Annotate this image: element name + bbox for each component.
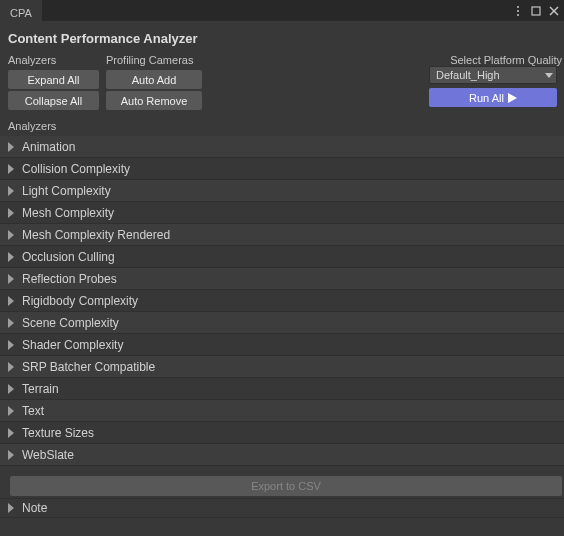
foldout-icon [6, 295, 18, 307]
maximize-icon[interactable] [529, 4, 543, 18]
auto-add-button[interactable]: Auto Add [106, 70, 202, 89]
list-item-label: Reflection Probes [22, 272, 117, 286]
list-item-label: Rigidbody Complexity [22, 294, 138, 308]
list-item[interactable]: Light Complexity [0, 180, 564, 202]
platform-section-label: Select Platform Quality [429, 52, 562, 66]
tab-cpa[interactable]: CPA [0, 0, 42, 21]
list-item-label: Texture Sizes [22, 426, 94, 440]
menu-icon[interactable] [511, 4, 525, 18]
list-item-label: Shader Complexity [22, 338, 123, 352]
note-row[interactable]: Note [0, 498, 564, 518]
expand-all-label: Expand All [28, 74, 80, 86]
tab-label: CPA [10, 7, 32, 19]
window-controls [511, 0, 561, 21]
analyzer-list: AnimationCollision ComplexityLight Compl… [0, 136, 564, 466]
foldout-icon [6, 317, 18, 329]
export-csv-button[interactable]: Export to CSV [10, 476, 562, 496]
analyzer-buttons-column: Analyzers Expand All Collapse All [8, 52, 106, 112]
list-item[interactable]: Collision Complexity [0, 158, 564, 180]
list-item[interactable]: Mesh Complexity [0, 202, 564, 224]
foldout-icon [6, 141, 18, 153]
list-item-label: Mesh Complexity [22, 206, 114, 220]
list-item[interactable]: Occlusion Culling [0, 246, 564, 268]
list-item-label: WebSlate [22, 448, 74, 462]
list-section-label: Analyzers [0, 112, 564, 136]
foldout-icon [6, 273, 18, 285]
list-item[interactable]: Reflection Probes [0, 268, 564, 290]
collapse-all-button[interactable]: Collapse All [8, 91, 99, 110]
analyzers-section-label: Analyzers [8, 52, 106, 70]
list-item[interactable]: Animation [0, 136, 564, 158]
auto-add-label: Auto Add [132, 74, 177, 86]
close-icon[interactable] [547, 4, 561, 18]
svg-rect-3 [532, 7, 540, 15]
list-item[interactable]: SRP Batcher Compatible [0, 356, 564, 378]
list-item[interactable]: Mesh Complexity Rendered [0, 224, 564, 246]
platform-quality-selected: Default_High [436, 69, 500, 81]
profiling-buttons-column: Profiling Cameras Auto Add Auto Remove [106, 52, 218, 112]
platform-quality-dropdown[interactable]: Default_High [429, 66, 557, 84]
panel-title: Content Performance Analyzer [0, 27, 564, 52]
foldout-icon [6, 229, 18, 241]
list-item[interactable]: Text [0, 400, 564, 422]
foldout-icon [6, 361, 18, 373]
svg-point-2 [517, 14, 519, 16]
profiling-section-label: Profiling Cameras [106, 52, 218, 70]
list-item-label: SRP Batcher Compatible [22, 360, 155, 374]
list-item[interactable]: WebSlate [0, 444, 564, 466]
list-item-label: Collision Complexity [22, 162, 130, 176]
foldout-icon [6, 449, 18, 461]
platform-column: Select Platform Quality Default_High Run… [429, 52, 562, 107]
list-item-label: Occlusion Culling [22, 250, 115, 264]
list-item-label: Mesh Complexity Rendered [22, 228, 170, 242]
foldout-icon [6, 383, 18, 395]
list-item[interactable]: Texture Sizes [0, 422, 564, 444]
run-all-label: Run All [469, 92, 504, 104]
list-item-label: Scene Complexity [22, 316, 119, 330]
foldout-icon [6, 427, 18, 439]
list-item-label: Light Complexity [22, 184, 111, 198]
foldout-icon [6, 251, 18, 263]
expand-all-button[interactable]: Expand All [8, 70, 99, 89]
note-label: Note [22, 501, 47, 515]
foldout-icon [6, 502, 18, 514]
play-icon [508, 93, 517, 103]
titlebar: CPA [0, 0, 564, 21]
list-item-label: Text [22, 404, 44, 418]
export-csv-label: Export to CSV [251, 480, 321, 492]
list-item[interactable]: Scene Complexity [0, 312, 564, 334]
auto-remove-button[interactable]: Auto Remove [106, 91, 202, 110]
chevron-down-icon [545, 73, 553, 79]
foldout-icon [6, 405, 18, 417]
list-item[interactable]: Terrain [0, 378, 564, 400]
run-all-button[interactable]: Run All [429, 88, 557, 107]
foldout-icon [6, 339, 18, 351]
svg-point-0 [517, 6, 519, 8]
svg-point-1 [517, 10, 519, 12]
panel-content: Content Performance Analyzer Analyzers E… [0, 21, 564, 518]
list-item[interactable]: Rigidbody Complexity [0, 290, 564, 312]
foldout-icon [6, 163, 18, 175]
foldout-icon [6, 207, 18, 219]
foldout-icon [6, 185, 18, 197]
list-item-label: Terrain [22, 382, 59, 396]
collapse-all-label: Collapse All [25, 95, 82, 107]
list-item-label: Animation [22, 140, 75, 154]
list-item[interactable]: Shader Complexity [0, 334, 564, 356]
auto-remove-label: Auto Remove [121, 95, 188, 107]
header-row: Analyzers Expand All Collapse All Profil… [0, 52, 564, 112]
